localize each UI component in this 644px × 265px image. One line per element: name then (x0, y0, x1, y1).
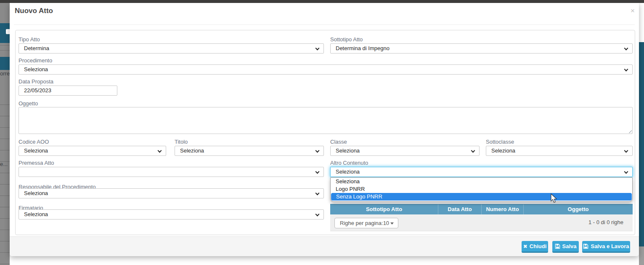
results-table-header: Sottotipo Atto Data Atto Numero Atto Ogg… (330, 204, 633, 214)
chevron-down-icon (624, 46, 628, 51)
background-row-divider (0, 45, 10, 46)
floppy-disk-icon (583, 244, 588, 249)
titolo-select[interactable]: Seleziona (175, 146, 324, 156)
rows-per-page-button[interactable]: Righe per pagina:10 (334, 218, 398, 228)
firmatario-select[interactable]: Seleziona (19, 209, 324, 219)
chevron-down-icon (624, 149, 628, 153)
altro-contenuto-value: Seleziona (336, 169, 360, 175)
modal-footer: ✖ Chiudi Salva Salva e Lavora (10, 236, 639, 256)
table-pagination-bar: Righe per pagina:10 1 - 0 di 0 righe (330, 214, 633, 231)
tipo-atto-value: Determina (24, 45, 49, 51)
rows-per-page-label: Righe per pagina:10 (340, 220, 389, 226)
sottotipo-atto-value: Determina di Impegno (336, 45, 390, 51)
data-proposta-input[interactable]: 22/05/2023 (19, 86, 117, 96)
background-clipped-text: e... (0, 161, 10, 167)
background-table-rows (0, 94, 10, 265)
mouse-cursor-icon (550, 193, 558, 203)
background-right-footer (639, 246, 644, 265)
data-proposta-value: 22/05/2023 (24, 87, 51, 94)
dropdown-option-seleziona[interactable]: Seleziona (331, 178, 632, 185)
pagination-range-label: 1 - 0 di 0 righe (588, 219, 623, 225)
data-proposta-label: Data Proposta (19, 78, 53, 85)
procedimento-label: Procedimento (19, 57, 52, 64)
sottoclasse-value: Seleziona (491, 147, 515, 154)
background-button-icon (6, 29, 10, 34)
firmatario-value: Seleziona (24, 211, 48, 217)
resize-grip-icon[interactable] (628, 129, 632, 133)
close-icon[interactable]: × (631, 7, 635, 14)
salva-label: Salva (562, 243, 577, 249)
tipo-atto-label: Tipo Atto (19, 36, 40, 43)
titolo-label: Titolo (175, 139, 188, 145)
codice-aoo-value: Seleziona (24, 147, 48, 154)
chevron-down-icon (315, 46, 320, 51)
sottoclasse-select[interactable]: Seleziona (486, 146, 633, 156)
titolo-value: Seleziona (180, 147, 204, 154)
column-header-oggetto: Oggetto (524, 204, 633, 214)
altro-contenuto-select[interactable]: Seleziona (330, 167, 633, 177)
background-page-left: orre e... (0, 3, 10, 265)
oggetto-label: Oggetto (19, 100, 38, 107)
chevron-down-icon (624, 67, 628, 72)
codice-aoo-select[interactable]: Seleziona (19, 146, 166, 156)
responsabile-select[interactable]: Seleziona (19, 188, 324, 198)
salva-e-lavora-button[interactable]: Salva e Lavora (582, 241, 630, 253)
salva-e-lavora-label: Salva e Lavora (591, 243, 629, 249)
premessa-atto-label: Premessa Atto (19, 160, 54, 166)
dropdown-option-senza-logo-pnrr[interactable]: Senza Logo PNRR (331, 193, 632, 201)
sottotipo-atto-label: Sottotipo Atto (330, 36, 363, 43)
close-x-icon: ✖ (523, 244, 527, 249)
header-divider (14, 24, 635, 25)
salva-button[interactable]: Salva (552, 241, 579, 253)
chiudi-button[interactable]: ✖ Chiudi (522, 241, 548, 253)
codice-aoo-label: Codice AOO (19, 139, 49, 145)
chevron-down-icon (158, 149, 162, 153)
procedimento-select[interactable]: Seleziona (19, 64, 633, 75)
sottotipo-atto-select[interactable]: Determina di Impegno (330, 43, 633, 54)
floppy-disk-icon (555, 244, 560, 249)
chevron-down-icon (315, 149, 320, 153)
background-page-right (639, 3, 644, 265)
background-teal-header (0, 57, 10, 70)
column-header-numero-atto: Numero Atto (482, 204, 524, 214)
background-top-bar (0, 0, 644, 3)
classe-select[interactable]: Seleziona (330, 146, 480, 156)
altro-contenuto-dropdown: Seleziona Logo PNRR Senza Logo PNRR (330, 177, 633, 202)
background-teal-button (0, 23, 10, 43)
tipo-atto-select[interactable]: Determina (19, 43, 324, 54)
chevron-down-icon (471, 149, 475, 153)
chevron-down-icon (315, 170, 320, 174)
background-row-divider (0, 50, 10, 51)
oggetto-textarea[interactable] (19, 107, 633, 134)
premessa-atto-select[interactable] (19, 167, 324, 177)
chiudi-label: Chiudi (530, 243, 546, 249)
background-clipped-text: orre (0, 70, 10, 77)
chevron-down-icon (315, 212, 320, 217)
altro-contenuto-label: Altro Contenuto (330, 160, 368, 166)
column-header-sottotipo-atto: Sottotipo Atto (330, 204, 438, 214)
procedimento-value: Seleziona (24, 66, 48, 72)
caret-down-icon (390, 222, 394, 225)
chevron-down-icon (315, 191, 320, 195)
nuovo-atto-modal: Nuovo Atto × Tipo Atto Determina Sottoti… (10, 3, 639, 256)
page-title: Nuovo Atto (15, 7, 53, 15)
classe-label: Classe (330, 139, 347, 145)
dropdown-option-logo-pnrr[interactable]: Logo PNRR (331, 185, 632, 193)
classe-value: Seleziona (336, 147, 360, 154)
background-right-sidebar (639, 42, 644, 246)
responsabile-value: Seleziona (24, 190, 48, 196)
column-header-data-atto: Data Atto (438, 204, 482, 214)
sottoclasse-label: Sottoclasse (486, 139, 514, 145)
chevron-down-icon (624, 170, 628, 174)
